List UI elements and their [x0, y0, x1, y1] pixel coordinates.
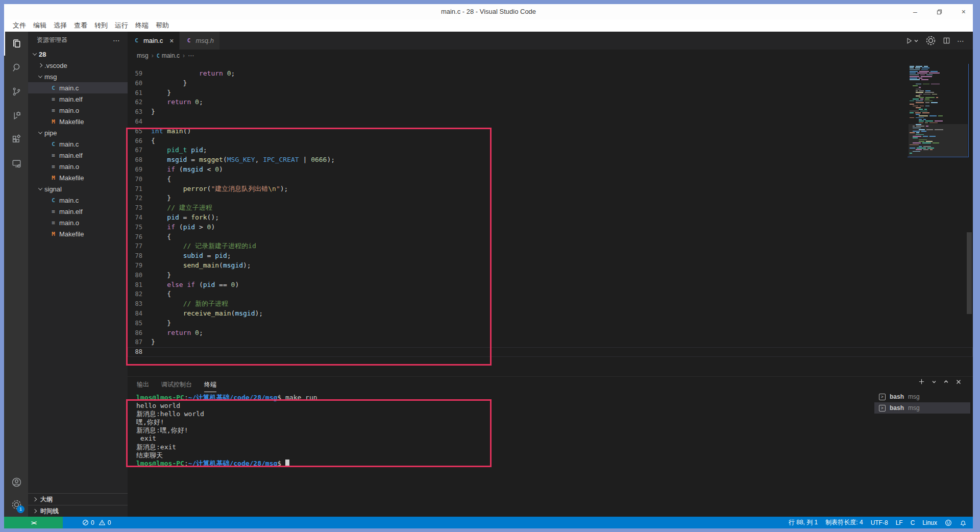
status-item[interactable]: 制表符长度: 4	[825, 518, 863, 527]
close-icon[interactable]	[955, 379, 962, 385]
new-terminal-icon[interactable]	[918, 378, 925, 385]
menu-item-转到[interactable]: 转到	[91, 20, 111, 31]
menu-item-运行[interactable]: 运行	[111, 20, 132, 31]
status-item[interactable]: 行 88, 列 1	[789, 518, 818, 527]
tree-item-28[interactable]: 28	[28, 49, 128, 60]
more-actions-icon[interactable]: ⋯	[113, 36, 120, 44]
code-line-60[interactable]: 60 }	[128, 79, 973, 88]
status-item[interactable]: UTF-8	[871, 519, 888, 526]
close-tab-icon[interactable]: ×	[169, 37, 174, 45]
run-icon[interactable]	[905, 37, 919, 44]
problems-status[interactable]: 0 0	[82, 519, 111, 526]
bell-icon[interactable]	[960, 519, 967, 526]
code-line-75[interactable]: 75 if (pid > 0)	[128, 223, 973, 232]
code-line-74[interactable]: 74 pid = fork();	[128, 213, 973, 223]
terminal-list-item[interactable]: >bashmsg	[874, 391, 970, 402]
search-icon[interactable]	[4, 56, 28, 80]
tree-item-main.c[interactable]: Cmain.c	[28, 195, 128, 206]
tab-msq.h[interactable]: Cmsq.h	[180, 32, 219, 50]
sidebar-section-大纲[interactable]: 大纲	[28, 493, 128, 505]
code-line-77[interactable]: 77 // 记录新建子进程的id	[128, 241, 973, 251]
code-line-80[interactable]: 80 }	[128, 271, 973, 280]
code-line-68[interactable]: 68 msgid = msgget(MSG_KEY, IPC_CREAT | 0…	[128, 155, 973, 165]
tab-main.c[interactable]: Cmain.c×	[128, 32, 180, 50]
tree-item-Makefile[interactable]: MMakefile	[28, 228, 128, 239]
split-editor-icon[interactable]	[943, 37, 950, 44]
chevron-up-icon[interactable]	[943, 379, 949, 384]
remote-explorer-icon[interactable]	[4, 152, 28, 176]
gear-icon[interactable]: 1	[4, 493, 28, 516]
code-line-65[interactable]: 65int main()	[128, 127, 973, 136]
tree-item-main.o[interactable]: ≡main.o	[28, 105, 128, 116]
tree-item-main.o[interactable]: ≡main.o	[28, 217, 128, 228]
feedback-icon[interactable]	[945, 519, 952, 526]
chevron-down-icon[interactable]	[932, 379, 937, 384]
code-line-64[interactable]: 64	[128, 117, 973, 127]
code-line-81[interactable]: 81 else if (pid == 0)	[128, 280, 973, 290]
code-editor[interactable]: 59 return 0;60 }61 }62 return 0;63}6465i…	[128, 62, 973, 376]
tree-item-.vscode[interactable]: .vscode	[28, 60, 128, 71]
code-line-61[interactable]: 61 }	[128, 88, 973, 98]
tree-item-Makefile[interactable]: MMakefile	[28, 172, 128, 183]
tree-item-Makefile[interactable]: MMakefile	[28, 116, 128, 127]
panel-tab-输出[interactable]: 输出	[137, 377, 149, 392]
menu-item-帮助[interactable]: 帮助	[152, 20, 173, 31]
tree-item-main.c[interactable]: Cmain.c	[28, 138, 128, 150]
terminal[interactable]: lmos@lmos-PC:~/计算机基础/code/28/msg$ make r…	[136, 394, 863, 468]
tree-item-main.c[interactable]: Cmain.c	[28, 82, 128, 93]
code-line-84[interactable]: 84 receive_main(msgid);	[128, 309, 973, 319]
code-line-72[interactable]: 72 }	[128, 194, 973, 203]
debug-icon[interactable]	[4, 104, 28, 128]
status-item[interactable]: C	[911, 519, 915, 526]
extensions-icon[interactable]	[4, 128, 28, 152]
panel-tab-调试控制台[interactable]: 调试控制台	[161, 377, 192, 392]
tree-item-main.elf[interactable]: ≡main.elf	[28, 150, 128, 161]
code-line-67[interactable]: 67 pid_t pid;	[128, 146, 973, 155]
code-line-86[interactable]: 86 return 0;	[128, 328, 973, 338]
terminal-list-item[interactable]: >bashmsg	[874, 402, 970, 414]
code-line-69[interactable]: 69 if (msgid < 0)	[128, 165, 973, 175]
code-line-88[interactable]: 88	[128, 347, 973, 357]
account-icon[interactable]	[4, 471, 28, 493]
panel-tab-终端[interactable]: 终端	[204, 377, 216, 392]
breadcrumb-item-main.c[interactable]: Cmain.c	[157, 52, 180, 59]
menu-item-编辑[interactable]: 编辑	[30, 20, 50, 31]
code-line-71[interactable]: 71 perror("建立消息队列出错\n");	[128, 184, 973, 194]
status-item[interactable]: Linux	[922, 519, 937, 526]
tree-item-msg[interactable]: msg	[28, 71, 128, 82]
tree-item-pipe[interactable]: pipe	[28, 127, 128, 138]
minimap[interactable]	[909, 65, 968, 160]
breadcrumb-item-⋯[interactable]: ⋯	[188, 52, 194, 59]
tree-item-main.elf[interactable]: ≡main.elf	[28, 206, 128, 217]
code-line-79[interactable]: 79 send_main(msgid);	[128, 261, 973, 271]
editor-scrollbar[interactable]	[967, 232, 972, 314]
remote-indicator[interactable]: ><	[4, 517, 63, 528]
code-line-83[interactable]: 83 // 新的子进程	[128, 299, 973, 309]
code-line-76[interactable]: 76 {	[128, 232, 973, 242]
code-line-70[interactable]: 70 {	[128, 175, 973, 184]
more-icon[interactable]: ⋯	[957, 37, 965, 45]
menu-item-选择[interactable]: 选择	[50, 20, 70, 31]
code-line-78[interactable]: 78 subid = pid;	[128, 251, 973, 261]
menu-item-文件[interactable]: 文件	[9, 20, 30, 31]
status-item[interactable]: LF	[896, 519, 903, 526]
code-line-62[interactable]: 62 return 0;	[128, 98, 973, 107]
gear-icon[interactable]	[925, 35, 936, 46]
code-line-85[interactable]: 85 }	[128, 319, 973, 328]
code-line-82[interactable]: 82 {	[128, 289, 973, 299]
tree-item-signal[interactable]: signal	[28, 183, 128, 195]
restore-button[interactable]	[937, 9, 942, 15]
code-line-59[interactable]: 59 return 0;	[128, 69, 973, 79]
minimize-button[interactable]: –	[913, 8, 917, 16]
code-line-66[interactable]: 66{	[128, 136, 973, 146]
menu-item-终端[interactable]: 终端	[132, 20, 152, 31]
breadcrumb-item-msg[interactable]: msg	[137, 52, 149, 59]
menu-item-查看[interactable]: 查看	[70, 20, 91, 31]
code-line-63[interactable]: 63}	[128, 107, 973, 117]
tree-item-main.o[interactable]: ≡main.o	[28, 161, 128, 172]
tree-item-main.elf[interactable]: ≡main.elf	[28, 93, 128, 105]
files-icon[interactable]	[4, 32, 28, 56]
code-line-73[interactable]: 73 // 建立子进程	[128, 203, 973, 213]
code-line-87[interactable]: 87}	[128, 337, 973, 347]
sidebar-section-时间线[interactable]: 时间线	[28, 505, 128, 517]
